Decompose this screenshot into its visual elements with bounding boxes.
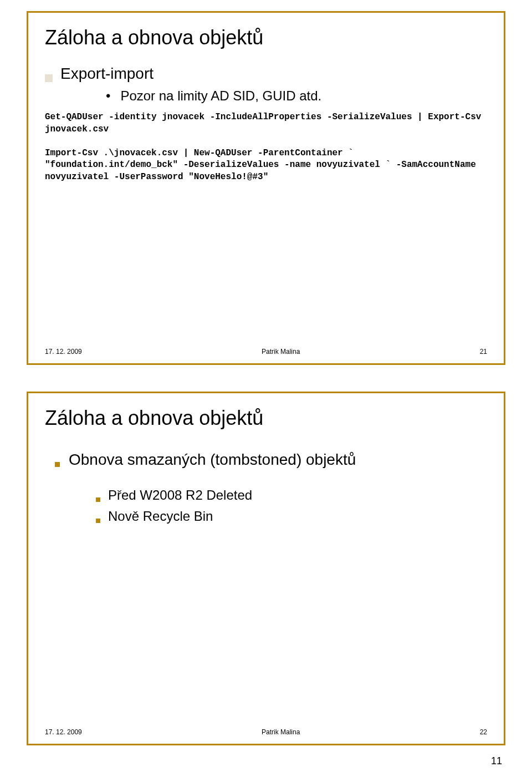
bullet-text: Export-import xyxy=(60,65,154,83)
code-block: Get-QADUser -identity jnovacek -IncludeA… xyxy=(45,111,487,184)
bullet-square-icon xyxy=(96,519,100,523)
subbullet-text: Pozor na limity AD SID, GUID atd. xyxy=(120,88,321,104)
footer-author: Patrik Malina xyxy=(82,728,480,736)
subbullet-recycle: Nově Recycle Bin xyxy=(96,509,487,524)
subbullet-text: Nově Recycle Bin xyxy=(108,509,213,524)
bullet-export-import: Export-import xyxy=(45,65,487,83)
bullet-text: Obnova smazaných (tombstoned) objektů xyxy=(69,451,356,469)
slide-title: Záloha a obnova objektů xyxy=(45,26,487,49)
bullet-square-icon xyxy=(55,462,60,467)
footer-author: Patrik Malina xyxy=(82,348,480,356)
bullet-square-icon xyxy=(45,74,53,82)
slide-2: Záloha a obnova objektů Obnova smazaných… xyxy=(27,392,505,745)
page-number: 11 xyxy=(27,755,505,767)
bullet-square-icon xyxy=(96,497,100,502)
slide-title: Záloha a obnova objektů xyxy=(45,407,487,430)
slide-1: Záloha a obnova objektů Export-import • … xyxy=(27,11,505,365)
subbullet-text: Před W2008 R2 Deleted xyxy=(108,487,252,503)
subbullet-w2008: Před W2008 R2 Deleted xyxy=(96,487,487,503)
footer-slide-number: 21 xyxy=(480,348,487,356)
footer-date: 17. 12. 2009 xyxy=(45,728,82,736)
subbullet-limits: • Pozor na limity AD SID, GUID atd. xyxy=(106,88,487,104)
slide-footer: 17. 12. 2009 Patrik Malina 21 xyxy=(45,348,487,356)
bullet-obnova: Obnova smazaných (tombstoned) objektů xyxy=(55,451,487,469)
footer-date: 17. 12. 2009 xyxy=(45,348,82,356)
slide-footer: 17. 12. 2009 Patrik Malina 22 xyxy=(45,728,487,736)
bullet-dot-icon: • xyxy=(106,89,110,103)
footer-slide-number: 22 xyxy=(480,728,487,736)
